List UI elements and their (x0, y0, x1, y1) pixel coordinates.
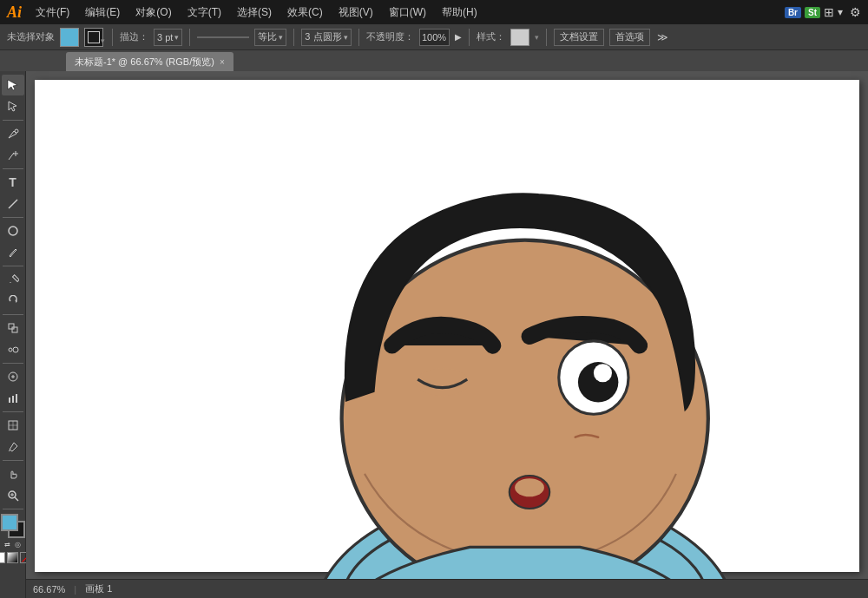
stock-button[interactable]: St (805, 7, 820, 18)
default-colors-icon[interactable]: ◎ (14, 541, 23, 549)
options-bar: 未选择对象 ▾ 描边： 3 pt 等比 3 点圆形 不透明度： 100% ▶ 样… (0, 24, 868, 50)
style-arrow[interactable]: ▾ (535, 33, 539, 42)
tab-bar: 未标题-1* @ 66.67% (RGB/预览) × (0, 50, 868, 71)
zoom-tool[interactable] (2, 485, 24, 506)
hand-tool[interactable] (2, 463, 24, 484)
blend-tool[interactable] (2, 339, 24, 360)
color-controls: ⇄ ◎ (3, 541, 23, 549)
separator-4 (358, 29, 359, 46)
toolbar-sep-3 (3, 217, 23, 218)
separator-3 (293, 29, 294, 46)
scale-tool[interactable] (2, 318, 24, 338)
toolbar-sep-9 (3, 509, 23, 509)
ellipse-tool[interactable] (2, 220, 24, 241)
foreground-color[interactable] (1, 514, 18, 531)
pen-tool[interactable] (2, 123, 24, 144)
type-tool[interactable]: T (2, 172, 24, 193)
eyedropper-tool[interactable] (2, 437, 24, 457)
bridge-button[interactable]: Br (785, 7, 801, 18)
toolbar-sep-2 (3, 168, 23, 169)
svg-point-10 (9, 348, 12, 352)
add-anchor-tool[interactable] (2, 145, 24, 166)
document-tab[interactable]: 未标题-1* @ 66.67% (RGB/预览) × (66, 52, 233, 71)
gradient-button[interactable] (7, 552, 18, 563)
grid-icon[interactable]: ⊞ (824, 5, 834, 19)
svg-rect-17 (16, 394, 17, 403)
color-swatches (1, 514, 25, 538)
svg-point-33 (594, 364, 612, 382)
style-label: 样式： (477, 30, 505, 43)
workspace-label[interactable]: ▾ (838, 6, 843, 18)
menu-effect[interactable]: 效果(C) (282, 3, 328, 22)
canvas-container[interactable]: jing E 66.67% | 画板 1 (26, 71, 868, 598)
svg-point-35 (515, 478, 544, 496)
opacity-arrow[interactable]: ▶ (455, 32, 462, 42)
menu-help[interactable]: 帮助(H) (437, 3, 483, 22)
graph-tool[interactable] (2, 388, 24, 409)
svg-point-2 (15, 129, 18, 133)
main-area: T (0, 71, 868, 598)
swap-colors-icon[interactable]: ⇄ (3, 541, 12, 549)
no-selection-label: 未选择对象 (7, 30, 55, 43)
paintbrush-tool[interactable] (2, 242, 24, 263)
svg-rect-9 (12, 327, 17, 332)
toolbar-sep-8 (3, 460, 23, 461)
line-type-preview (197, 36, 249, 38)
doc-settings-button[interactable]: 文档设置 (554, 29, 604, 46)
toolbar-sep-5 (3, 314, 23, 315)
stroke-label: 描边： (120, 30, 148, 43)
zoom-level: 66.67% (33, 584, 65, 595)
title-bar: Ai 文件(F) 编辑(E) 对象(O) 文字(T) 选择(S) 效果(C) 视… (0, 0, 868, 24)
pencil-tool[interactable] (2, 269, 24, 290)
toolbar-sep-4 (3, 266, 23, 266)
preferences-button[interactable]: 首选项 (609, 29, 650, 46)
menu-object[interactable]: 对象(O) (130, 3, 176, 22)
doc-tab-close[interactable]: × (220, 57, 225, 67)
svg-point-11 (13, 347, 18, 352)
separator-1 (112, 29, 113, 46)
doc-tab-title: 未标题-1* @ 66.67% (RGB/预览) (75, 56, 214, 69)
svg-line-21 (9, 450, 10, 451)
menu-window[interactable]: 窗口(W) (384, 3, 431, 22)
svg-rect-15 (9, 398, 10, 403)
opacity-label: 不透明度： (366, 30, 414, 43)
svg-line-3 (9, 200, 17, 208)
svg-line-23 (15, 497, 18, 501)
fill-color-box[interactable] (60, 28, 79, 47)
menu-text[interactable]: 文字(T) (182, 3, 227, 22)
opacity-value[interactable]: 100% (419, 29, 450, 46)
status-bar: 66.67% | 画板 1 (26, 579, 868, 598)
line-tool[interactable] (2, 194, 24, 214)
artwork-canvas[interactable]: jing E (35, 80, 859, 598)
style-swatch[interactable] (510, 29, 529, 46)
line-type-dropdown[interactable]: 等比 (254, 29, 286, 46)
menu-edit[interactable]: 编辑(E) (80, 3, 125, 22)
svg-rect-16 (12, 396, 14, 403)
separator-6 (546, 29, 547, 46)
svg-marker-1 (9, 102, 16, 111)
svg-marker-0 (8, 80, 17, 90)
search-icon[interactable]: ⚙ (850, 5, 861, 19)
solid-color-button[interactable] (0, 552, 5, 563)
artboard-info: 画板 1 (85, 582, 112, 595)
status-sep: | (74, 584, 76, 595)
select-tool[interactable] (2, 75, 24, 95)
svg-point-4 (9, 227, 17, 235)
mesh-tool[interactable] (2, 415, 24, 436)
title-bar-right: Br St ⊞ ▾ ⚙ (785, 5, 861, 19)
menu-view[interactable]: 视图(V) (333, 3, 378, 22)
toolbar-sep-7 (3, 411, 23, 412)
toolbar-sep-1 (3, 120, 23, 121)
symbol-tool[interactable] (2, 366, 24, 387)
toolbar-sep-6 (3, 363, 23, 364)
point-type-dropdown[interactable]: 3 点圆形 (301, 29, 351, 46)
app-logo: Ai (7, 3, 22, 22)
more-options-icon[interactable]: ≫ (657, 31, 668, 43)
separator-2 (189, 29, 190, 46)
rotate-tool[interactable] (2, 291, 24, 312)
separator-5 (469, 29, 470, 46)
stroke-dropdown[interactable]: 3 pt (154, 29, 182, 46)
direct-select-tool[interactable] (2, 96, 24, 117)
menu-file[interactable]: 文件(F) (30, 3, 75, 22)
menu-select[interactable]: 选择(S) (232, 3, 277, 22)
